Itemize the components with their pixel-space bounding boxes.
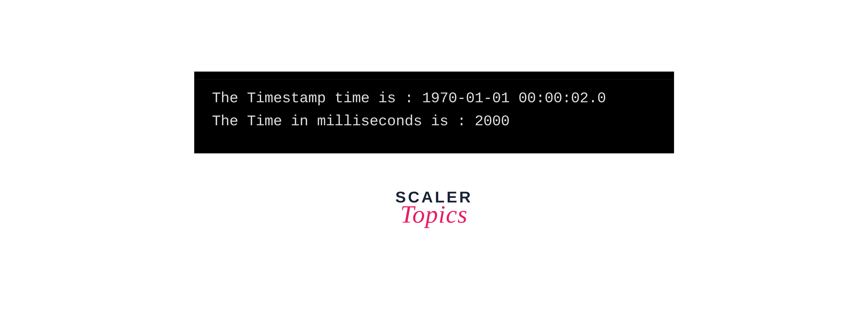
scaler-topics-logo: SCALER Topics	[395, 189, 473, 225]
terminal-line-2: The Time in milliseconds is : 2000	[212, 110, 656, 133]
terminal-output: The Timestamp time is : 1970-01-01 00:00…	[194, 72, 674, 154]
terminal-line-1: The Timestamp time is : 1970-01-01 00:00…	[212, 87, 656, 110]
logo-topics-text: Topics	[400, 203, 468, 225]
